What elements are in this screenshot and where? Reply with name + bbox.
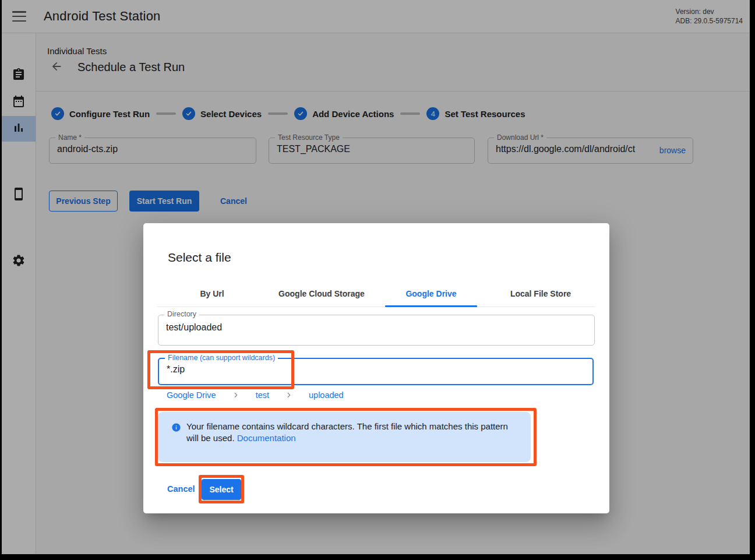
filename-field-label: Filename (can support wildcards) (165, 354, 278, 362)
documentation-link[interactable]: Documentation (237, 433, 296, 443)
drive-breadcrumb: Google Drive test uploaded (167, 390, 344, 400)
filename-input[interactable] (167, 364, 587, 375)
info-banner-text: Your filename contains wildcard characte… (186, 421, 516, 443)
chevron-right-icon (232, 391, 240, 399)
directory-field: Directory (158, 315, 595, 346)
info-icon (171, 422, 181, 432)
dialog-tabs: By Url Google Cloud Storage Google Drive… (157, 280, 595, 307)
tab-by-url[interactable]: By Url (157, 280, 267, 307)
dialog-title: Select a file (168, 251, 231, 265)
directory-input[interactable] (166, 322, 588, 333)
chevron-right-icon (285, 391, 293, 399)
tab-label: Google Drive (405, 289, 456, 298)
select-file-dialog: Select a file By Url Google Cloud Storag… (143, 223, 609, 513)
breadcrumb-item-google-drive[interactable]: Google Drive (167, 390, 216, 400)
tab-label: By Url (200, 289, 224, 298)
directory-field-label: Directory (164, 310, 199, 318)
dialog-select-button[interactable]: Select (202, 479, 241, 500)
tab-google-cloud-storage[interactable]: Google Cloud Storage (267, 280, 376, 307)
tab-label: Google Cloud Storage (278, 289, 365, 298)
dialog-cancel-button[interactable]: Cancel (167, 484, 195, 494)
active-tab-indicator (385, 305, 477, 307)
tab-label: Local File Store (510, 289, 571, 298)
wildcard-info-banner: Your filename contains wildcard characte… (158, 412, 531, 462)
breadcrumb-item-uploaded[interactable]: uploaded (309, 390, 344, 400)
breadcrumb-item-test[interactable]: test (256, 390, 269, 400)
screen: Android Test Station Version: dev ADB: 2… (0, 0, 755, 560)
tab-local-file-store[interactable]: Local File Store (486, 280, 595, 307)
tab-google-drive[interactable]: Google Drive (376, 280, 486, 307)
filename-field: Filename (can support wildcards) (158, 358, 594, 385)
